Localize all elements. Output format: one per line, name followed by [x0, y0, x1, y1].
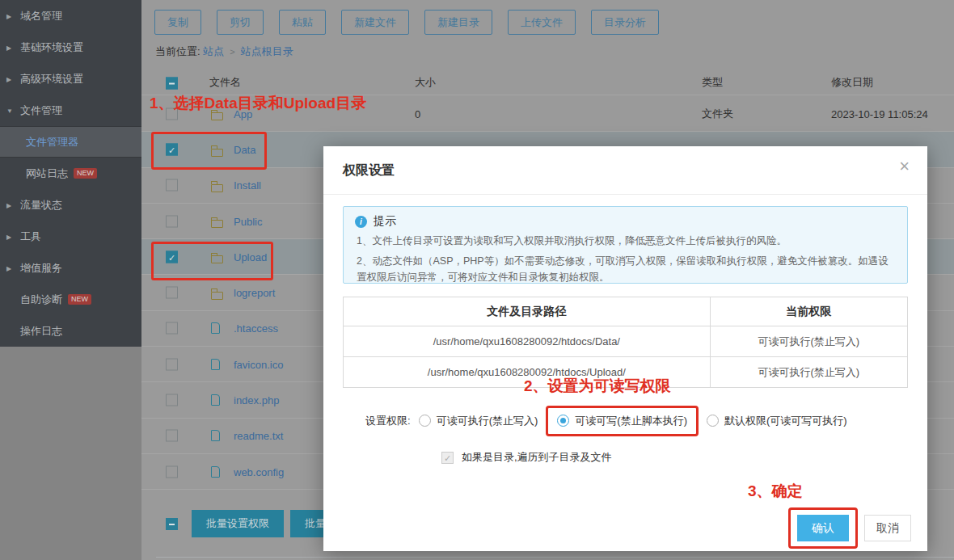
sidebar-item-label: 增值服务 [20, 261, 62, 276]
checkbox-checked-disabled[interactable] [441, 452, 454, 464]
tip-line: 1、文件上传目录可设置为读取和写入权限并取消执行权限，降低恶意文件上传后被执行的… [355, 233, 896, 249]
cut-button[interactable]: 剪切 [217, 10, 264, 35]
file-name[interactable]: readme.txt [234, 430, 283, 442]
upload-file-button[interactable]: 上传文件 [508, 10, 576, 35]
chevron-right-icon: ▶ [6, 264, 11, 272]
file-name[interactable]: logreport [234, 287, 275, 299]
breadcrumb-link[interactable]: 站点根目录 [241, 45, 293, 57]
sidebar-item-self-diagnosis[interactable]: 自助诊断NEW [0, 284, 141, 315]
copy-button[interactable]: 复制 [154, 10, 201, 35]
cancel-button[interactable]: 取消 [864, 515, 911, 541]
chevron-down-icon: ▼ [6, 107, 13, 114]
sidebar-item-operation-logs[interactable]: 操作日志 [0, 315, 141, 347]
new-file-button[interactable]: 新建文件 [341, 10, 409, 35]
row-checkbox[interactable] [166, 322, 178, 335]
sidebar-item-value-added-services[interactable]: ▶增值服务 [0, 252, 141, 284]
annotation-box-upload-row [151, 242, 273, 280]
sidebar-item-site-logs[interactable]: 网站日志NEW [0, 158, 141, 189]
radio-label: 可读可执行(禁止写入) [437, 414, 538, 428]
permission-dialog: 权限设置 × i 提示 1、文件上传目录可设置为读取和写入权限并取消执行权限，降… [323, 146, 927, 551]
radio-read-write[interactable]: 可读可写(禁止脚本执行) [557, 414, 687, 428]
sidebar-item-label: 自助诊断 [20, 293, 62, 307]
sidebar-item-advanced-env-settings[interactable]: ▶高级环境设置 [0, 63, 141, 95]
directory-analysis-button[interactable]: 目录分析 [591, 10, 659, 35]
file-manager-screen: ▶域名管理▶基础环境设置▶高级环境设置▼文件管理文件管理器网站日志NEW▶流量状… [0, 0, 954, 560]
file-name[interactable]: Install [234, 179, 261, 192]
radio-default-perms[interactable]: 默认权限(可读可写可执行) [707, 414, 847, 428]
select-all-checkbox[interactable] [166, 77, 178, 89]
new-directory-button[interactable]: 新建目录 [424, 10, 492, 35]
permission-current: 可读可执行(禁止写入) [710, 357, 907, 388]
info-icon: i [355, 216, 367, 228]
sidebar-item-label: 网站日志 [26, 166, 68, 181]
breadcrumb: 当前位置: 站点>站点根目录 [155, 44, 293, 59]
sidebar: ▶域名管理▶基础环境设置▶高级环境设置▼文件管理文件管理器网站日志NEW▶流量状… [0, 0, 141, 560]
file-icon [211, 430, 220, 441]
folder-icon [211, 220, 223, 228]
sidebar-item-traffic-status[interactable]: ▶流量状态 [0, 189, 141, 221]
file-name[interactable]: Public [234, 215, 262, 227]
annotation-box-confirm: 确认 [788, 507, 858, 549]
sidebar-item-tools[interactable]: ▶工具 [0, 221, 141, 252]
recurse-checkbox-label: 如果是目录,遍历到子目录及文件 [462, 450, 612, 465]
divider [323, 194, 927, 195]
file-icon [211, 322, 220, 334]
row-checkbox[interactable] [166, 215, 178, 227]
row-checkbox[interactable] [166, 287, 178, 299]
file-size: 0 [415, 107, 420, 120]
radio-button[interactable] [707, 415, 719, 427]
paste-button[interactable]: 粘贴 [279, 10, 326, 35]
file-name[interactable]: index.php [234, 394, 279, 406]
radio-label: 默认权限(可读可写可执行) [724, 414, 847, 428]
row-checkbox[interactable] [166, 394, 178, 406]
sidebar-item-file-management[interactable]: ▼文件管理 [0, 95, 141, 126]
toolbar: 复制剪切粘贴新建文件新建目录上传文件目录分析 [154, 10, 659, 35]
sidebar-item-basic-env-settings[interactable]: ▶基础环境设置 [0, 32, 141, 63]
row-checkbox[interactable] [166, 465, 178, 478]
row-checkbox[interactable] [166, 430, 178, 442]
breadcrumb-prefix: 当前位置: [155, 45, 203, 57]
annotation-step3: 3、确定 [748, 481, 803, 502]
sidebar-item-file-manager[interactable]: 文件管理器 [0, 126, 141, 158]
file-name[interactable]: .htaccess [234, 322, 278, 335]
permission-table: 文件及目录路径当前权限 /usr/home/qxu1608280092/htdo… [343, 297, 908, 388]
breadcrumb-separator-icon: > [230, 47, 234, 57]
file-name[interactable]: favicon.ico [234, 358, 283, 370]
confirm-button[interactable]: 确认 [797, 515, 849, 541]
dialog-footer: 确认 取消 [788, 507, 911, 549]
permission-current: 可读可执行(禁止写入) [710, 326, 907, 357]
tip-title: 提示 [374, 214, 396, 229]
permission-path: /usr/home/qxu1608280092/htdocs/Data/ [344, 326, 711, 357]
file-icon [211, 466, 220, 478]
annotation-step1: 1、选择Data目录和Upload目录 [150, 93, 366, 114]
sidebar-item-label: 高级环境设置 [20, 72, 83, 86]
sidebar-item-label: 基础环境设置 [20, 40, 83, 55]
row-checkbox[interactable] [166, 358, 178, 370]
file-name[interactable]: web.config [234, 465, 284, 478]
batch-set-permissions-button[interactable]: 批量设置权限 [192, 510, 284, 537]
close-icon[interactable]: × [899, 158, 910, 175]
permission-radio-group: 设置权限: 可读可执行(禁止写入)可读可写(禁止脚本执行)默认权限(可读可写可执… [365, 401, 847, 440]
row-checkbox[interactable] [166, 179, 178, 192]
select-all-checkbox-bottom[interactable] [166, 518, 178, 530]
file-table-header: 文件名大小类型修改日期 [141, 69, 954, 95]
sidebar-menu: ▶域名管理▶基础环境设置▶高级环境设置▼文件管理文件管理器网站日志NEW▶流量状… [0, 0, 141, 347]
sidebar-item-domain-management[interactable]: ▶域名管理 [0, 0, 141, 32]
tip-box: i 提示 1、文件上传目录可设置为读取和写入权限并取消执行权限，降低恶意文件上传… [343, 206, 908, 284]
annotation-step2: 2、设置为可读写权限 [524, 376, 671, 397]
annotation-box-data-row [151, 132, 267, 170]
radio-button-selected[interactable] [557, 415, 569, 427]
folder-icon [211, 184, 223, 192]
chevron-right-icon: ▶ [6, 201, 11, 208]
recurse-checkbox[interactable]: 如果是目录,遍历到子目录及文件 [441, 450, 612, 465]
radio-button[interactable] [419, 415, 431, 427]
sidebar-item-label: 域名管理 [20, 9, 62, 23]
file-icon [211, 359, 220, 370]
radio-group-label: 设置权限: [365, 414, 411, 428]
sidebar-item-label: 操作日志 [20, 324, 62, 339]
chevron-right-icon: ▶ [6, 12, 11, 19]
breadcrumb-link[interactable]: 站点 [203, 45, 224, 57]
radio-read-execute[interactable]: 可读可执行(禁止写入) [419, 414, 538, 428]
sidebar-item-label: 文件管理 [20, 103, 62, 118]
chevron-right-icon: ▶ [6, 75, 11, 82]
